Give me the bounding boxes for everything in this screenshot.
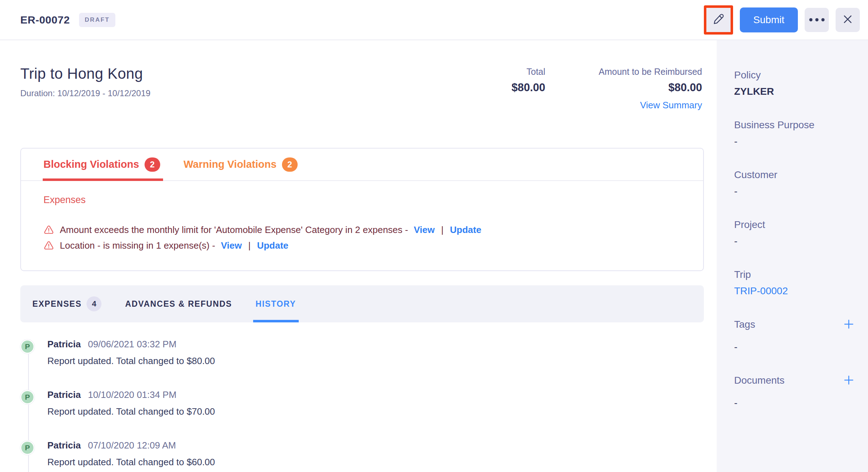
content-area: Trip to Hong Kong Duration: 10/12/2019 -… xyxy=(0,40,868,472)
violations-tab-row: Blocking Violations 2 Warning Violations… xyxy=(21,149,703,181)
documents-label: Documents xyxy=(734,374,785,387)
amounts-block: Total $80.00 Amount to be Reimbursed $80… xyxy=(512,67,702,111)
tab-advances-refunds[interactable]: ADVANCES & REFUNDS xyxy=(125,285,232,322)
history-user-name: Patricia xyxy=(47,440,81,451)
customer-label: Customer xyxy=(734,168,855,181)
violation-row: Amount exceeds the monthly limit for 'Au… xyxy=(43,222,689,238)
history-description: Report updated. Total changed to $70.00 xyxy=(47,406,215,417)
total-value: $80.00 xyxy=(512,81,545,94)
section-tabs-bar: EXPENSES 4 ADVANCES & REFUNDS HISTORY xyxy=(20,285,704,322)
history-entry: P Patricia 10/10/2020 01:34 PM Report up… xyxy=(21,389,702,417)
details-sidebar: Policy ZYLKER Business Purpose - Custome… xyxy=(717,40,868,472)
policy-value: ZYLKER xyxy=(734,85,855,98)
submit-button[interactable]: Submit xyxy=(740,7,798,32)
business-purpose-value: - xyxy=(734,135,855,148)
reimburse-value: $80.00 xyxy=(599,81,702,94)
violation-update-link[interactable]: Update xyxy=(450,224,481,235)
ellipsis-icon xyxy=(809,18,825,21)
x-icon xyxy=(842,14,853,26)
total-label: Total xyxy=(512,67,545,77)
edit-button[interactable] xyxy=(706,8,731,32)
history-user-name: Patricia xyxy=(47,339,81,350)
violation-view-link[interactable]: View xyxy=(221,240,242,251)
report-title-block: Trip to Hong Kong Duration: 10/12/2019 -… xyxy=(20,65,151,111)
history-entry: P Patricia 09/06/2021 03:32 PM Report up… xyxy=(21,339,702,367)
history-timestamp: 10/10/2020 01:34 PM xyxy=(88,389,177,400)
expenses-count-badge: 4 xyxy=(87,296,101,311)
history-entry-content: Patricia 10/10/2020 01:34 PM Report upda… xyxy=(47,389,215,417)
tab-history[interactable]: HISTORY xyxy=(256,285,296,322)
alert-triangle-icon xyxy=(43,224,54,235)
trip-link[interactable]: TRIP-00002 xyxy=(734,284,855,298)
violations-list: Amount exceeds the monthly limit for 'Au… xyxy=(43,222,689,253)
plus-icon xyxy=(843,374,855,387)
history-timeline: P Patricia 09/06/2021 03:32 PM Report up… xyxy=(20,339,702,472)
sidebar-field-tags: Tags - xyxy=(734,318,855,354)
header-bar: ER-00072 DRAFT Submit xyxy=(0,0,868,40)
status-badge: DRAFT xyxy=(79,13,115,27)
tags-value: - xyxy=(734,340,855,354)
sidebar-field-trip: Trip TRIP-00002 xyxy=(734,268,855,298)
avatar: P xyxy=(20,441,35,455)
header-left: ER-00072 DRAFT xyxy=(20,13,115,27)
violations-body: Expenses Amount exceeds the monthly limi… xyxy=(21,181,703,270)
business-purpose-label: Business Purpose xyxy=(734,119,855,131)
sidebar-field-policy: Policy ZYLKER xyxy=(734,69,855,98)
more-actions-button[interactable] xyxy=(805,8,829,32)
violation-update-link[interactable]: Update xyxy=(257,240,288,251)
history-timestamp: 09/06/2021 03:32 PM xyxy=(88,339,177,350)
warning-violations-label: Warning Violations xyxy=(184,159,277,170)
report-id: ER-00072 xyxy=(20,14,70,26)
history-entry-content: Patricia 09/06/2021 03:32 PM Report upda… xyxy=(47,339,215,367)
tags-label: Tags xyxy=(734,318,755,331)
header-actions: Submit xyxy=(704,5,860,35)
link-separator: | xyxy=(247,240,251,251)
blocking-violations-label: Blocking Violations xyxy=(43,159,139,170)
add-document-button[interactable] xyxy=(842,374,855,387)
reimburse-label: Amount to be Reimbursed xyxy=(599,67,702,77)
history-description: Report updated. Total changed to $60.00 xyxy=(47,457,215,468)
sidebar-field-project: Project - xyxy=(734,218,855,248)
advances-tab-label: ADVANCES & REFUNDS xyxy=(125,299,232,309)
violations-section-title: Expenses xyxy=(43,194,689,206)
violation-row: Location - is missing in 1 expense(s) - … xyxy=(43,238,689,253)
close-button[interactable] xyxy=(836,8,860,32)
tab-warning-violations[interactable]: Warning Violations 2 xyxy=(184,149,298,180)
edit-highlight-annotation xyxy=(704,5,733,35)
trip-label: Trip xyxy=(734,268,855,281)
violation-text: Amount exceeds the monthly limit for 'Au… xyxy=(60,224,408,235)
project-value: - xyxy=(734,234,855,248)
expenses-tab-label: EXPENSES xyxy=(32,299,82,309)
documents-value: - xyxy=(734,396,855,410)
sidebar-field-business-purpose: Business Purpose - xyxy=(734,119,855,148)
project-label: Project xyxy=(734,218,855,231)
sidebar-field-customer: Customer - xyxy=(734,168,855,198)
report-title: Trip to Hong Kong xyxy=(20,65,151,82)
total-block: Total $80.00 xyxy=(512,67,545,111)
warning-count-badge: 2 xyxy=(282,157,298,172)
report-summary: Trip to Hong Kong Duration: 10/12/2019 -… xyxy=(20,65,702,111)
violation-text: Location - is missing in 1 expense(s) - xyxy=(60,240,215,251)
main-panel: Trip to Hong Kong Duration: 10/12/2019 -… xyxy=(0,40,717,472)
plus-icon xyxy=(843,318,855,331)
customer-value: - xyxy=(734,185,855,198)
violations-card: Blocking Violations 2 Warning Violations… xyxy=(20,148,704,271)
history-entry: P Patricia 07/10/2020 12:09 AM Report up… xyxy=(21,440,702,468)
history-user-name: Patricia xyxy=(47,389,81,400)
avatar: P xyxy=(20,339,35,354)
report-duration: Duration: 10/12/2019 - 10/12/2019 xyxy=(20,88,151,98)
alert-triangle-icon xyxy=(43,240,54,251)
expense-report-page: ER-00072 DRAFT Submit xyxy=(0,0,868,472)
history-description: Report updated. Total changed to $80.00 xyxy=(47,356,215,367)
policy-label: Policy xyxy=(734,69,855,82)
sidebar-field-documents: Documents - xyxy=(734,374,855,410)
view-summary-link[interactable]: View Summary xyxy=(640,100,702,111)
pencil-icon xyxy=(712,13,725,26)
violation-view-link[interactable]: View xyxy=(414,224,435,235)
add-tag-button[interactable] xyxy=(842,318,855,331)
avatar: P xyxy=(20,390,35,404)
reimburse-block: Amount to be Reimbursed $80.00 View Summ… xyxy=(599,67,702,111)
blocking-count-badge: 2 xyxy=(145,157,160,172)
tab-blocking-violations[interactable]: Blocking Violations 2 xyxy=(43,149,160,180)
tab-expenses[interactable]: EXPENSES 4 xyxy=(32,285,101,322)
